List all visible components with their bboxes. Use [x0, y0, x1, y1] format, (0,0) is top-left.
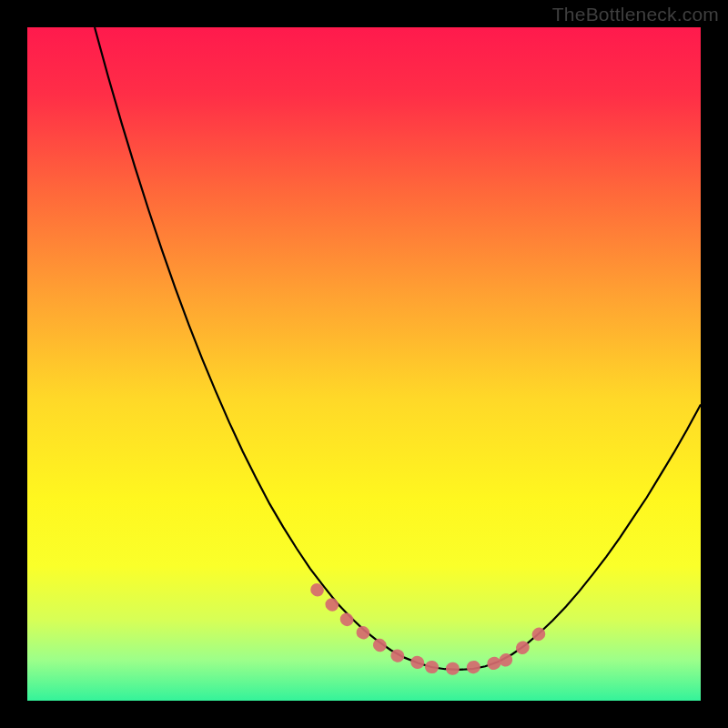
watermark-text: TheBottleneck.com	[552, 4, 719, 25]
chart-svg	[0, 0, 728, 728]
gradient-background	[27, 27, 701, 701]
chart-stage: TheBottleneck.com	[0, 0, 728, 728]
